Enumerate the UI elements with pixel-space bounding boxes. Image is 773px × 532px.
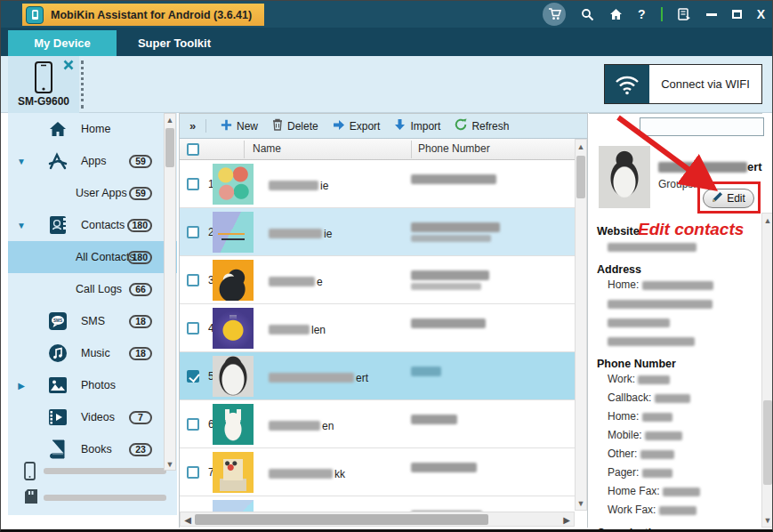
count-badge: 66 [129, 283, 152, 296]
table-hscroll-thumb[interactable] [195, 514, 488, 525]
delete-button[interactable]: Delete [272, 118, 318, 133]
sidebar-item-music[interactable]: Music18 [8, 337, 177, 369]
row-name: kk [269, 467, 345, 478]
storage-indicators [8, 458, 177, 512]
row-checkbox[interactable] [187, 274, 199, 286]
count-badge: 18 [129, 347, 152, 360]
bulb-avatar [213, 308, 254, 349]
toolbar-button-label: Refresh [471, 120, 509, 133]
feedback-icon[interactable] [678, 8, 691, 20]
table-row[interactable]: 3e [180, 256, 576, 304]
redacted-name [269, 373, 354, 383]
details-scroll-thumb[interactable] [763, 400, 772, 485]
redacted-name [269, 181, 318, 190]
edit-button[interactable]: Edit [703, 189, 754, 208]
redacted-value [655, 394, 690, 403]
minimize-icon[interactable] [706, 13, 717, 16]
sidebar-item-sms[interactable]: SMSSMS18 [8, 305, 177, 337]
tab-my-device[interactable]: My Device [8, 30, 117, 56]
close-icon[interactable]: X [757, 7, 765, 21]
table-row[interactable]: 8 [180, 496, 576, 512]
row-phone [411, 463, 477, 472]
table-horizontal-scrollbar[interactable]: ◀ ▶ [180, 512, 575, 527]
export-button[interactable]: Export [333, 118, 381, 133]
row-checkbox[interactable] [187, 226, 199, 238]
sidebar-item-videos[interactable]: Videos7 [8, 401, 177, 433]
scroll-left-icon[interactable]: ◀ [181, 513, 194, 526]
phone-storage-icon [24, 462, 36, 483]
sidebar-item-all-contacts[interactable]: All Contacts180 [8, 241, 177, 273]
table-row[interactable]: 7kk [180, 448, 576, 496]
sidebar-item-home[interactable]: Home [8, 113, 177, 145]
column-header-name[interactable]: Name [253, 142, 281, 155]
import-button[interactable]: Import [394, 118, 440, 133]
detail-field: Home: [608, 278, 750, 294]
sidebar-scroll-thumb[interactable] [165, 128, 174, 167]
disconnect-device-icon[interactable] [63, 60, 74, 73]
chevron-right-icon[interactable]: ▶ [15, 381, 28, 391]
select-all-checkbox[interactable] [187, 143, 199, 156]
row-checkbox[interactable] [187, 178, 199, 190]
details-scrollbar[interactable]: ▲ ▼ [761, 213, 773, 528]
row-checkbox[interactable] [187, 322, 199, 335]
collapse-panel-button[interactable]: » [180, 119, 206, 133]
device-name: SM-G9600 [8, 95, 79, 108]
scroll-down-icon[interactable]: ▼ [165, 458, 175, 470]
contact-detail-sections: WebsiteAddressHome: Phone NumberWork: Ca… [597, 217, 750, 532]
table-vertical-scrollbar[interactable]: ▲ ▼ [575, 139, 587, 511]
sidebar-scrollbar[interactable]: ▲ ▼ [164, 113, 176, 471]
scroll-down-icon[interactable]: ▼ [762, 514, 773, 526]
chevron-down-icon[interactable]: ▼ [15, 157, 28, 166]
sidebar-item-photos[interactable]: ▶Photos [8, 369, 177, 401]
detail-field: Pager: [608, 466, 750, 481]
tab-super-toolkit[interactable]: Super Toolkit [117, 30, 232, 56]
titlebar-divider [661, 7, 663, 21]
row-checkbox[interactable] [187, 418, 199, 431]
row-name: ie [269, 227, 332, 238]
column-header-phone[interactable]: Phone Number [418, 142, 490, 155]
table-row[interactable]: 5ert [180, 352, 576, 400]
window-title: MobiKin Assistant for Android (3.6.41) [51, 9, 252, 21]
redacted-phone [411, 222, 500, 232]
home-icon[interactable] [609, 8, 623, 20]
search-input[interactable] [640, 122, 773, 133]
toolbar-button-label: Delete [287, 120, 318, 133]
cart-icon[interactable] [543, 3, 566, 26]
plus-icon [221, 119, 232, 133]
redacted-value [640, 450, 674, 459]
new-button[interactable]: New [221, 118, 258, 133]
sdcard-storage-icon [24, 488, 38, 507]
maximize-icon[interactable] [732, 10, 742, 19]
scroll-up-icon[interactable]: ▲ [762, 214, 773, 226]
chevron-down-icon[interactable]: ▼ [15, 221, 28, 230]
sidebar-item-user-apps[interactable]: User Apps59 [8, 177, 177, 209]
device-divider [81, 60, 84, 109]
detail-field: Home: [608, 410, 750, 425]
table-scroll-thumb[interactable] [576, 156, 585, 198]
scroll-right-icon[interactable]: ▶ [560, 513, 573, 526]
scroll-up-icon[interactable]: ▲ [165, 114, 175, 125]
row-checkbox[interactable] [187, 466, 199, 479]
connect-wifi-button[interactable]: Connect via WIFI [604, 64, 762, 104]
sidebar-item-contacts[interactable]: ▼Contacts180 [8, 209, 177, 241]
redacted-phone [411, 270, 489, 280]
help-icon[interactable]: ? [638, 7, 646, 21]
scroll-up-icon[interactable]: ▲ [576, 141, 586, 152]
videos-icon [47, 407, 68, 428]
search-icon[interactable] [581, 8, 594, 21]
sidebar-item-apps[interactable]: ▼Apps59 [8, 145, 177, 177]
sidebar-item-call-logs[interactable]: Call Logs66 [8, 273, 177, 305]
home-icon [47, 118, 68, 140]
row-checkbox[interactable] [187, 370, 199, 383]
table-row[interactable]: 2ie [180, 208, 576, 256]
device-card[interactable]: SM-G9600 [8, 56, 79, 113]
sidebar-item-label: Books [81, 443, 112, 455]
table-row[interactable]: 1ie [180, 160, 576, 208]
table-row[interactable]: 6en [180, 400, 576, 448]
detail-field: Work: [608, 373, 750, 388]
table-row[interactable]: 4len [180, 304, 576, 352]
redacted-value [663, 488, 700, 496]
section-title-organization: Organization [597, 527, 750, 532]
refresh-button[interactable]: Refresh [455, 118, 509, 133]
scroll-down-icon[interactable]: ▼ [576, 497, 586, 509]
